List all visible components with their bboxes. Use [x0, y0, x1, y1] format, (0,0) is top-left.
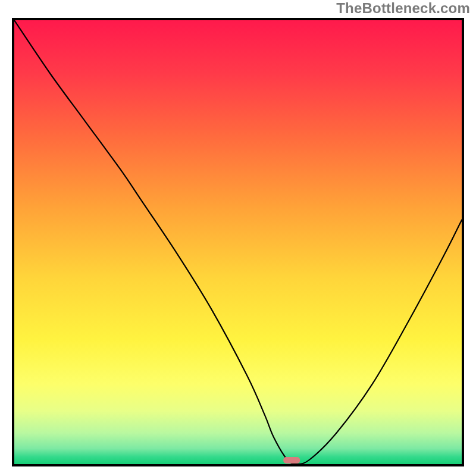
plot-area	[12, 18, 464, 466]
chart-frame: TheBottleneck.com	[0, 0, 476, 476]
chart-svg	[14, 20, 462, 464]
optimal-marker	[283, 457, 300, 464]
watermark-text: TheBottleneck.com	[336, 0, 470, 17]
gradient-background	[14, 20, 462, 464]
